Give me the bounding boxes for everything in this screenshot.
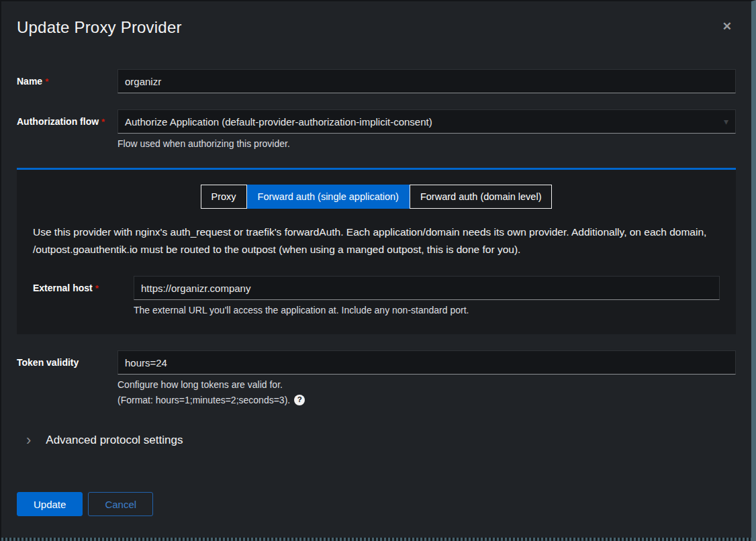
mode-description: Use this provider with nginx's auth_requ… (33, 224, 720, 258)
close-icon[interactable]: ✕ (718, 18, 736, 35)
authorization-flow-control: Authorize Application (default-provider-… (117, 109, 736, 150)
screenshot-frame: Update Proxy Provider ✕ Name* Authorizat… (0, 0, 756, 541)
external-host-control: The external URL you'll access the appli… (134, 276, 720, 317)
modal-footer: Update Cancel (17, 492, 736, 516)
required-asterisk: * (95, 283, 99, 293)
advanced-protocol-settings-label: Advanced protocol settings (46, 434, 183, 447)
proxy-mode-card: Proxy Forward auth (single application) … (17, 168, 736, 334)
update-proxy-provider-modal: Update Proxy Provider ✕ Name* Authorizat… (1, 1, 751, 516)
token-validity-label-col: Token validity (17, 350, 117, 368)
name-label: Name (17, 76, 42, 87)
authorization-flow-row: Authorization flow* Authorize Applicatio… (17, 109, 736, 150)
tab-forward-auth-domain-level[interactable]: Forward auth (domain level) (410, 185, 553, 209)
token-validity-control: Configure how long tokens are valid for.… (117, 350, 736, 407)
advanced-protocol-settings-expander[interactable]: › Advanced protocol settings (17, 433, 736, 448)
required-asterisk: * (101, 117, 105, 127)
token-validity-help-line1: Configure how long tokens are valid for. (117, 378, 736, 391)
token-validity-label: Token validity (17, 357, 79, 368)
external-host-label: External host (33, 283, 93, 293)
tab-forward-auth-single-application[interactable]: Forward auth (single application) (247, 185, 410, 209)
page-title: Update Proxy Provider (17, 18, 182, 37)
authorization-flow-help: Flow used when authorizing this provider… (117, 137, 736, 150)
authorization-flow-label-col: Authorization flow* (17, 109, 117, 128)
name-field-row: Name* (17, 69, 736, 93)
authorization-flow-selected-value: Authorize Application (default-provider-… (125, 116, 432, 128)
token-validity-input[interactable] (117, 350, 736, 375)
help-icon[interactable]: ? (294, 395, 305, 405)
external-host-label-col: External host* (33, 276, 134, 294)
chevron-down-icon: ▾ (724, 117, 728, 126)
frame-bottom-edge (1, 538, 751, 541)
required-asterisk: * (45, 77, 48, 87)
token-validity-format-text: (Format: hours=1;minutes=2;seconds=3). (117, 393, 290, 407)
name-control (117, 69, 736, 93)
authorization-flow-label: Authorization flow (17, 116, 99, 127)
chevron-right-icon: › (26, 433, 31, 448)
external-host-help: The external URL you'll access the appli… (134, 303, 720, 317)
tab-proxy[interactable]: Proxy (201, 185, 247, 209)
name-input[interactable] (117, 69, 736, 93)
cancel-button[interactable]: Cancel (88, 492, 153, 516)
external-host-input[interactable] (134, 276, 720, 300)
authorization-flow-select[interactable]: Authorize Application (default-provider-… (117, 109, 736, 134)
update-button[interactable]: Update (17, 492, 83, 516)
token-validity-help-line2: (Format: hours=1;minutes=2;seconds=3). ? (117, 393, 736, 407)
modal-header: Update Proxy Provider ✕ (17, 1, 736, 37)
name-label-col: Name* (17, 69, 117, 87)
proxy-mode-toggle-group: Proxy Forward auth (single application) … (33, 185, 720, 209)
token-validity-row: Token validity Configure how long tokens… (17, 350, 736, 407)
external-host-row: External host* The external URL you'll a… (33, 276, 720, 317)
